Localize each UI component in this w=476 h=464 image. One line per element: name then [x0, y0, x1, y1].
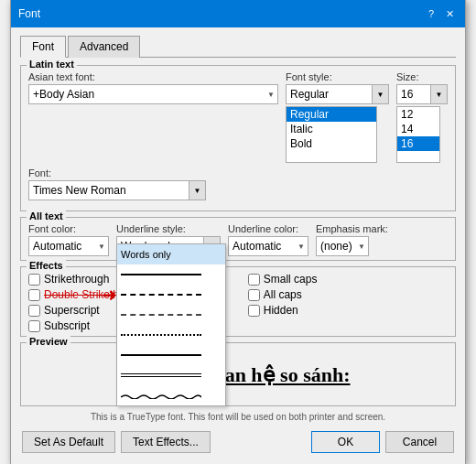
emphasis-mark-select-wrapper: (none) [316, 236, 369, 256]
all-caps-checkbox[interactable] [248, 289, 260, 301]
size-label: Size: [396, 71, 448, 82]
set-as-default-button[interactable]: Set As Default [22, 431, 115, 453]
ul-line-dotted [121, 334, 201, 336]
font-name-input[interactable] [28, 180, 189, 200]
latin-text-section: Latin text Asian text font: +Body Asian … [20, 65, 456, 211]
strikethrough-checkbox[interactable] [28, 274, 40, 286]
hidden-checkbox[interactable] [248, 305, 260, 317]
dialog-title: Font [18, 7, 40, 20]
ul-dashed2[interactable] [117, 305, 225, 325]
all-caps-label: All caps [264, 288, 302, 301]
ul-wave[interactable] [117, 385, 225, 405]
button-row: Set As Default Text Effects... OK Cancel [20, 427, 456, 457]
superscript-checkbox[interactable] [28, 305, 40, 317]
ul-words-only[interactable]: Words only [117, 244, 225, 264]
tab-font[interactable]: Font [20, 36, 66, 58]
underline-color-select-wrapper: Automatic [228, 236, 308, 256]
tabs-bar: Font Advanced [20, 35, 456, 58]
font-name-group: Font: ▼ [28, 167, 448, 200]
size-12[interactable]: 12 [397, 107, 439, 122]
size-input-row: ▼ [396, 84, 448, 104]
size-16[interactable]: 16 [397, 136, 439, 151]
ul-line-dashed2 [121, 314, 201, 316]
effects-label: Effects [27, 260, 66, 271]
asian-font-select-wrapper: +Body Asian [28, 84, 278, 104]
font-color-group: Font color: Automatic [28, 223, 109, 256]
emphasis-mark-label: Emphasis mark: [316, 223, 388, 234]
ul-solid1[interactable] [117, 264, 225, 285]
effects-row: Strikethrough Double Strikethrough Super… [28, 273, 448, 332]
font-name-label: Font: [28, 167, 448, 178]
font-name-row: Font: ▼ [28, 167, 448, 200]
effects-section: Effects Strikethrough Double Strikethrou… [20, 266, 456, 337]
right-buttons: OK Cancel [311, 431, 454, 453]
hidden-item: Hidden [248, 304, 318, 317]
text-effects-button[interactable]: Text Effects... [121, 431, 211, 453]
size-input[interactable] [396, 84, 431, 104]
emphasis-mark-group: Emphasis mark: (none) [316, 223, 388, 256]
emphasis-mark-select[interactable]: (none) [316, 236, 369, 256]
ul-line-solid1 [121, 274, 201, 275]
ul-dashed1[interactable] [117, 285, 225, 305]
title-bar: Font ? ✕ [11, 0, 465, 27]
small-caps-checkbox[interactable] [248, 274, 260, 286]
ul-solid2[interactable] [117, 345, 225, 365]
bottom-description: This is a TrueType font. This font will … [20, 412, 456, 422]
ul-line-solid2 [121, 354, 201, 356]
all-text-row: Font color: Automatic Underline style: ▼ [28, 223, 448, 256]
effects-right-col: Small caps All caps Hidden [248, 273, 318, 332]
subscript-label: Subscript [44, 319, 90, 332]
ul-label-words-only: Words only [121, 249, 203, 260]
preview-text: Ký hiệu quan hệ so sánh: [28, 349, 448, 402]
close-button[interactable]: ✕ [441, 5, 458, 22]
font-dialog: Font ? ✕ Font Advanced Latin text Asian … [10, 0, 466, 464]
help-button[interactable]: ? [423, 5, 439, 22]
strikethrough-label: Strikethrough [44, 273, 109, 286]
subscript-checkbox[interactable] [28, 320, 40, 332]
ul-line-dashed1 [121, 294, 201, 296]
dialog-content: Font Advanced Latin text Asian text font… [11, 27, 465, 464]
font-style-bold[interactable]: Bold [287, 136, 376, 151]
asian-font-group: Asian text font: +Body Asian [28, 71, 278, 104]
all-text-section: All text Font color: Automatic Underline… [20, 217, 456, 261]
cancel-button[interactable]: Cancel [385, 431, 454, 453]
underline-color-select[interactable]: Automatic [228, 236, 308, 256]
size-14[interactable]: 14 [397, 122, 439, 136]
font-color-select[interactable]: Automatic [28, 236, 109, 256]
all-text-label: All text [27, 210, 66, 221]
font-style-regular[interactable]: Regular [287, 107, 376, 122]
underline-style-label: Underline style: [116, 223, 221, 234]
preview-label: Preview [27, 336, 70, 347]
ul-line-wave [121, 392, 201, 399]
ul-dotted[interactable] [117, 325, 225, 345]
latin-text-label: Latin text [27, 59, 77, 70]
font-style-group: Font style: ▼ Regular Italic Bold [286, 71, 389, 163]
title-bar-buttons: ? ✕ [423, 5, 458, 22]
font-name-dropdown-btn[interactable]: ▼ [189, 180, 206, 200]
font-name-input-row: ▼ [28, 180, 448, 200]
all-caps-item: All caps [248, 288, 318, 301]
font-color-select-wrapper: Automatic [28, 236, 109, 256]
small-caps-label: Small caps [264, 273, 318, 286]
ul-line-double [121, 373, 201, 377]
font-style-italic[interactable]: Italic [287, 122, 376, 136]
font-style-input[interactable] [286, 84, 373, 104]
font-style-label: Font style: [286, 71, 389, 82]
tab-advanced[interactable]: Advanced [68, 36, 140, 58]
preview-section: Preview Ký hiệu quan hệ so sánh: [20, 342, 456, 406]
font-style-input-row: ▼ [286, 84, 389, 104]
underline-style-list: Words only [116, 243, 226, 406]
size-list: 12 14 16 [396, 106, 440, 163]
font-style-list: Regular Italic Bold [286, 106, 377, 163]
font-style-dropdown-btn[interactable]: ▼ [373, 84, 389, 104]
underline-style-group: Underline style: ▼ Words only [116, 223, 221, 256]
asian-font-row: Asian text font: +Body Asian Font style:… [28, 71, 448, 163]
asian-font-select[interactable]: +Body Asian [28, 84, 278, 104]
size-dropdown-btn[interactable]: ▼ [431, 84, 448, 104]
superscript-label: Superscript [44, 304, 100, 317]
ok-button[interactable]: OK [311, 431, 380, 453]
ul-double[interactable] [117, 365, 225, 385]
small-caps-item: Small caps [248, 273, 318, 286]
size-group: Size: ▼ 12 14 16 [396, 71, 448, 163]
double-strikethrough-checkbox[interactable] [28, 289, 40, 301]
